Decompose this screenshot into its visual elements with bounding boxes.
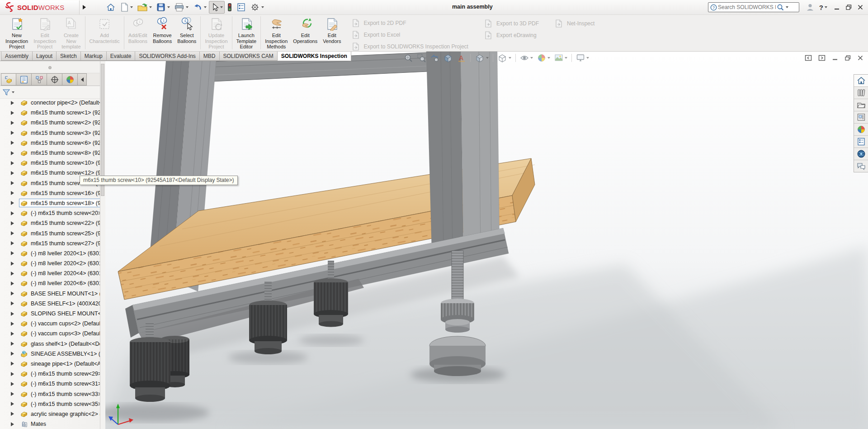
previous-view-button[interactable]: [430, 53, 439, 62]
help-search-box[interactable]: ?: [708, 2, 799, 12]
expand-arrow-icon[interactable]: [10, 141, 14, 145]
tree-item[interactable]: (-) vaccum cups<2> (Default<: [0, 319, 100, 329]
hide-show-items-dropdown-caret[interactable]: [530, 57, 533, 59]
tree-item[interactable]: (-) vaccum cups<3> (Default<: [0, 329, 100, 338]
tree-item[interactable]: m6x15 thumb screw<25> (925: [0, 228, 100, 238]
expand-arrow-icon[interactable]: [10, 151, 14, 155]
tree-item[interactable]: (-) m6x15 thumb screw<20> (9: [0, 208, 100, 218]
save-dropdown-caret[interactable]: [167, 6, 170, 8]
expand-arrow-icon[interactable]: [10, 352, 14, 356]
apply-scene-dropdown-caret[interactable]: [565, 57, 567, 59]
logo-flyout-arrow[interactable]: [80, 1, 88, 13]
expand-arrow-icon[interactable]: [10, 221, 14, 225]
taskpane-tab-design-library[interactable]: [854, 87, 868, 99]
undo-button[interactable]: [191, 1, 208, 14]
graphics-viewport[interactable]: A: [105, 52, 868, 429]
next-window-button[interactable]: [818, 55, 826, 61]
tree-item[interactable]: m6x15 thumb screw<18> (925: [0, 198, 100, 208]
tab-sketch[interactable]: Sketch: [57, 51, 81, 61]
expand-arrow-icon[interactable]: [10, 181, 14, 185]
expand-arrow-icon[interactable]: [10, 422, 14, 426]
undo-dropdown-caret[interactable]: [204, 6, 207, 8]
new-document-button[interactable]: [118, 1, 135, 14]
minimize-viewport-button[interactable]: [832, 55, 838, 61]
zoom-fit-button[interactable]: [404, 53, 413, 62]
tree-item[interactable]: m6x15 thumb screw<1> (9254: [0, 108, 100, 118]
tab-mbd[interactable]: MBD: [200, 51, 220, 61]
display-style-dropdown-caret[interactable]: [509, 57, 511, 59]
tree-item[interactable]: m6x15 thumb screw<27> (925: [0, 238, 100, 248]
expand-arrow-icon[interactable]: [10, 262, 14, 266]
tab-markup[interactable]: Markup: [81, 51, 107, 61]
panel-tab-configurationmanager[interactable]: [32, 73, 47, 86]
apply-scene-button[interactable]: [554, 53, 567, 62]
restore-viewport-button[interactable]: [844, 55, 851, 61]
expand-arrow-icon[interactable]: [10, 342, 14, 346]
taskpane-tab-3dexperience[interactable]: [854, 148, 868, 160]
select-balloons-button[interactable]: 1Select Balloons: [175, 14, 199, 51]
panel-tab-dimxpertmanager[interactable]: [47, 73, 62, 86]
remove-balloons-button[interactable]: 11Remove Balloons: [150, 14, 175, 51]
tree-item[interactable]: m6x15 thumb screw<8> (9254: [0, 148, 100, 158]
expand-arrow-icon[interactable]: [10, 382, 14, 386]
dynamic-annotation-views-button[interactable]: A: [457, 53, 466, 62]
expand-arrow-icon[interactable]: [10, 332, 14, 336]
tab-solidworks-add-ins[interactable]: SOLIDWORKS Add-Ins: [135, 51, 199, 61]
tree-item[interactable]: m6x15 thumb screw<10> (925: [0, 158, 100, 168]
zoom-area-button[interactable]: [417, 53, 426, 62]
tab-layout[interactable]: Layout: [33, 51, 57, 61]
edit-appearance-dropdown-caret[interactable]: [547, 57, 550, 59]
print-dropdown-caret[interactable]: [186, 6, 189, 8]
view-settings-button[interactable]: [576, 53, 589, 62]
expand-arrow-icon[interactable]: [10, 111, 14, 115]
edit-vendors-button[interactable]: Edit Vendors: [320, 14, 344, 51]
tab-evaluate[interactable]: Evaluate: [107, 51, 136, 61]
expand-arrow-icon[interactable]: [10, 362, 14, 366]
settings-gear-dropdown-caret[interactable]: [261, 6, 264, 8]
expand-arrow-icon[interactable]: [10, 231, 14, 235]
panel-tab-propertymanager[interactable]: [16, 73, 32, 86]
search-dropdown-caret[interactable]: [786, 6, 788, 8]
tree-item[interactable]: m6x15 thumb screw<3> (9254: [0, 128, 100, 138]
expand-arrow-icon[interactable]: [10, 372, 14, 376]
expand-arrow-icon[interactable]: [10, 211, 14, 215]
rebuild-button[interactable]: [225, 1, 234, 14]
taskpane-tab-appearances[interactable]: [854, 124, 868, 136]
expand-arrow-icon[interactable]: [10, 101, 14, 105]
expand-arrow-icon[interactable]: [10, 291, 14, 296]
search-magnifier-icon[interactable]: [777, 4, 784, 11]
tree-item[interactable]: acrylic sineage graphic<2> (De: [0, 409, 100, 419]
hide-show-items-button[interactable]: [520, 53, 533, 62]
expand-arrow-icon[interactable]: [10, 251, 14, 255]
tree-item[interactable]: (-) m6x15 thumb screw<31> (9: [0, 379, 100, 389]
expand-arrow-icon[interactable]: [10, 301, 14, 305]
tree-item[interactable]: (-) m8 lveller 2020<1> (6301K7: [0, 248, 100, 258]
restore-button[interactable]: [844, 2, 854, 12]
tree-item[interactable]: SINEAGE ASSEMBLY<1> (Defa: [0, 349, 100, 359]
expand-arrow-icon[interactable]: [10, 272, 14, 276]
tree-scrollbar[interactable]: [100, 61, 105, 429]
taskpane-tab-file-explorer[interactable]: [854, 99, 868, 111]
taskpane-tab-view-palette[interactable]: [854, 111, 868, 124]
tab-solidworks-cam[interactable]: SOLIDWORKS CAM: [220, 51, 278, 61]
user-icon[interactable]: [806, 3, 815, 12]
expand-arrow-icon[interactable]: [10, 241, 14, 245]
open-dropdown-caret[interactable]: [149, 6, 152, 8]
new-inspection-project-button[interactable]: New Inspection Project: [3, 14, 31, 51]
expand-arrow-icon[interactable]: [10, 412, 14, 416]
save-button[interactable]: [154, 1, 172, 14]
expand-arrow-icon[interactable]: [10, 312, 14, 316]
close-viewport-button[interactable]: [857, 55, 863, 61]
search-input[interactable]: [717, 4, 777, 11]
tab-solidworks-inspection[interactable]: SOLIDWORKS Inspection: [278, 51, 351, 61]
previous-window-button[interactable]: [805, 55, 812, 61]
panel-tab-overflow[interactable]: [78, 73, 87, 86]
tree-item[interactable]: (-) m8 lveller 2020<4> (6301K7: [0, 268, 100, 278]
tree-item[interactable]: glass shelf<1> (Default<<Defa: [0, 339, 100, 349]
panel-tab-displaymanager[interactable]: [62, 73, 78, 86]
tree-item[interactable]: m6x15 thumb screw<6> (9254: [0, 138, 100, 148]
panel-tab-featuremanager-tree[interactable]: [1, 73, 16, 86]
tree-item[interactable]: (-) m8 lveller 2020<6> (6301K7: [0, 278, 100, 288]
tree-item[interactable]: Mates: [0, 419, 100, 429]
launch-template-editor-button[interactable]: Launch Template Editor: [234, 14, 259, 51]
